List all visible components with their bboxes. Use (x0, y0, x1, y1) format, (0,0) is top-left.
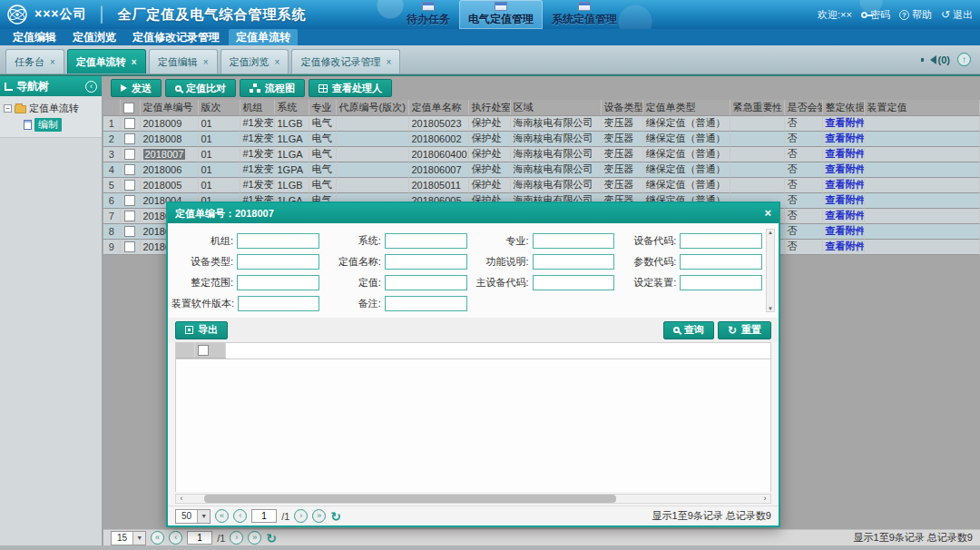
view-attachment-link[interactable]: 查看附件 (826, 117, 865, 128)
view-attachment-link[interactable]: 查看附件 (826, 194, 865, 205)
close-icon[interactable]: × (132, 57, 137, 67)
first-page-button[interactable]: « (215, 509, 229, 523)
table-row[interactable]: 2201800801#1发变组1LGA电气201806002保护处海南核电有限公… (103, 131, 980, 146)
next-page-button[interactable]: › (230, 531, 243, 545)
cell: 保护处 (468, 162, 510, 177)
app-tab[interactable]: 待办任务 (397, 0, 459, 29)
view-handler-button[interactable]: 查看处理人 (309, 79, 392, 97)
sidebar-collapse-icon[interactable]: ‹ (85, 81, 97, 93)
close-icon[interactable]: × (764, 208, 771, 219)
document-tab[interactable]: 定值单流转× (67, 49, 146, 74)
scrollbar-thumb[interactable] (204, 495, 616, 503)
first-page-button[interactable]: « (151, 531, 164, 545)
document-tab[interactable]: 定值编辑× (149, 49, 218, 74)
query-button[interactable]: 查询 (663, 321, 714, 339)
table-row[interactable]: 5201800501#1发变组1LGB电气201805011保护处海南核电有限公… (103, 177, 980, 192)
flowchart-button[interactable]: 流程图 (240, 79, 305, 97)
form-field: 整定范围: (172, 275, 319, 290)
row-checkbox[interactable] (124, 133, 135, 144)
field-input[interactable] (237, 233, 319, 249)
document-tabs: 任务台×定值单流转×定值编辑×定值浏览×定值修改记录管理× (5, 49, 403, 74)
export-button[interactable]: 导出 (175, 321, 228, 339)
page-size-select[interactable]: 15 ▼ (111, 531, 146, 545)
page-number-input[interactable] (187, 531, 212, 545)
row-checkbox[interactable] (124, 149, 135, 160)
table-row[interactable]: 3201800701#1发变组1LGA电气20180604001保护处海南核电有… (103, 146, 980, 162)
row-number-cell: 2 (103, 131, 120, 146)
table-row[interactable]: 4201800601#1发变组1GPA电气201806007保护处海南核电有限公… (103, 162, 980, 177)
tree-node-root[interactable]: − 定值单流转 (4, 102, 98, 115)
refresh-icon[interactable]: ↻ (266, 533, 277, 544)
menu-item[interactable]: 定值编辑 (5, 29, 64, 46)
field-input[interactable] (533, 275, 615, 290)
page-number-input[interactable] (251, 509, 277, 523)
scroll-up-icon[interactable]: ▲ (768, 230, 773, 235)
field-input[interactable] (385, 254, 467, 270)
refresh-icon[interactable]: ↻ (330, 511, 341, 522)
form-scrollbar[interactable]: ▲▼ (766, 229, 775, 312)
page-size-select[interactable]: 50 ▼ (175, 509, 211, 524)
scroll-top-icon[interactable]: ↑ (957, 53, 971, 66)
view-attachment-link[interactable]: 查看附件 (826, 179, 865, 190)
row-checkbox[interactable] (124, 180, 135, 191)
notification-sound-button[interactable]: (0) (930, 54, 950, 65)
app-tab[interactable]: 系统定值管理 (543, 0, 626, 29)
close-icon[interactable]: × (203, 57, 209, 67)
close-icon[interactable]: × (386, 57, 391, 67)
field-input[interactable] (238, 296, 319, 311)
document-tab[interactable]: 定值浏览× (220, 49, 289, 74)
row-checkbox[interactable] (124, 118, 135, 129)
document-tab[interactable]: 定值修改记录管理× (291, 49, 400, 74)
app-tab[interactable]: 电气定值管理 (459, 0, 543, 29)
field-input[interactable] (237, 254, 319, 270)
scroll-down-icon[interactable]: ▼ (768, 306, 773, 311)
last-page-button[interactable]: » (312, 509, 326, 523)
select-all-checkbox[interactable] (123, 103, 134, 113)
scroll-left-icon[interactable]: ‹ (176, 495, 187, 503)
logout-button[interactable]: ↺退出 (941, 8, 973, 22)
cell (864, 131, 980, 146)
row-checkbox[interactable] (124, 195, 135, 206)
view-attachment-link[interactable]: 查看附件 (826, 225, 865, 236)
reset-button[interactable]: ↻重置 (718, 321, 771, 339)
view-attachment-link[interactable]: 查看附件 (826, 241, 865, 251)
scrollbar-track[interactable] (187, 495, 760, 503)
next-page-button[interactable]: › (294, 509, 308, 523)
menu-item[interactable]: 定值修改记录管理 (125, 29, 227, 46)
document-tab[interactable]: 任务台× (5, 49, 64, 74)
menu-item[interactable]: 定值单流转 (229, 29, 298, 46)
view-attachment-link[interactable]: 查看附件 (826, 148, 865, 159)
last-page-button[interactable]: » (248, 531, 261, 545)
view-attachment-link[interactable]: 查看附件 (826, 163, 865, 174)
field-input[interactable] (385, 275, 467, 290)
password-button[interactable]: 密码 (861, 8, 890, 22)
close-icon[interactable]: × (50, 57, 55, 67)
prev-page-button[interactable]: ‹ (233, 509, 247, 523)
row-checkbox[interactable] (124, 241, 135, 252)
field-input[interactable] (533, 233, 615, 249)
view-attachment-link[interactable]: 查看附件 (826, 133, 865, 143)
compare-button[interactable]: 定值比对 (165, 79, 236, 97)
field-input[interactable] (237, 275, 319, 290)
field-input[interactable] (385, 233, 467, 249)
row-checkbox[interactable] (124, 164, 135, 175)
select-all-checkbox[interactable] (198, 345, 209, 356)
send-button[interactable]: 发送 (111, 79, 162, 97)
help-button[interactable]: ?帮助 (899, 8, 932, 22)
row-checkbox[interactable] (124, 226, 135, 237)
menu-item[interactable]: 定值浏览 (65, 29, 123, 46)
view-attachment-link[interactable]: 查看附件 (826, 210, 865, 221)
row-checkbox[interactable] (124, 211, 135, 221)
horizontal-scrollbar[interactable]: ‹ › (175, 494, 771, 504)
table-row[interactable]: 1201800901#1发变组1LGB电气201805023保护处海南核电有限公… (103, 115, 980, 131)
field-input[interactable] (680, 254, 762, 270)
field-input[interactable] (533, 254, 615, 270)
close-icon[interactable]: × (275, 57, 280, 67)
scroll-right-icon[interactable]: › (760, 495, 770, 503)
field-input[interactable] (680, 275, 762, 290)
tree-expander-icon[interactable]: − (4, 104, 12, 113)
prev-page-button[interactable]: ‹ (169, 531, 182, 545)
field-input[interactable] (680, 233, 762, 249)
tree-node-child[interactable]: 编制 (24, 118, 98, 132)
field-input[interactable] (385, 296, 467, 311)
